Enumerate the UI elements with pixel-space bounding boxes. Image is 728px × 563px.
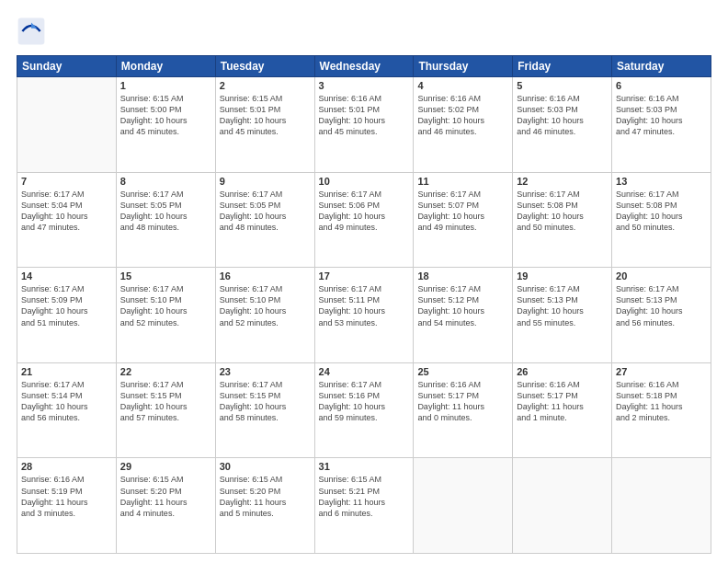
day-number: 4 <box>417 80 508 91</box>
day-info: Sunrise: 6:17 AM Sunset: 5:07 PM Dayligh… <box>417 189 508 234</box>
day-number: 6 <box>616 80 707 91</box>
table-row <box>612 458 711 554</box>
table-row: 15Sunrise: 6:17 AM Sunset: 5:10 PM Dayli… <box>116 268 215 363</box>
day-info: Sunrise: 6:17 AM Sunset: 5:13 PM Dayligh… <box>616 283 707 328</box>
table-row: 26Sunrise: 6:16 AM Sunset: 5:17 PM Dayli… <box>513 362 612 458</box>
day-number: 22 <box>120 366 211 377</box>
table-row: 7Sunrise: 6:17 AM Sunset: 5:04 PM Daylig… <box>17 172 117 268</box>
calendar-body: 1Sunrise: 6:15 AM Sunset: 5:00 PM Daylig… <box>17 77 711 554</box>
svg-rect-0 <box>18 18 45 45</box>
day-info: Sunrise: 6:17 AM Sunset: 5:08 PM Dayligh… <box>616 189 707 234</box>
table-row: 30Sunrise: 6:15 AM Sunset: 5:20 PM Dayli… <box>215 458 314 554</box>
day-info: Sunrise: 6:16 AM Sunset: 5:18 PM Dayligh… <box>616 379 707 424</box>
table-row: 11Sunrise: 6:17 AM Sunset: 5:07 PM Dayli… <box>414 172 513 268</box>
calendar-week-2: 7Sunrise: 6:17 AM Sunset: 5:04 PM Daylig… <box>17 172 711 268</box>
day-info: Sunrise: 6:17 AM Sunset: 5:06 PM Dayligh… <box>319 189 410 234</box>
day-number: 5 <box>517 80 608 91</box>
day-number: 17 <box>319 270 410 282</box>
header-row: Sunday Monday Tuesday Wednesday Thursday… <box>17 56 711 77</box>
table-row: 3Sunrise: 6:16 AM Sunset: 5:01 PM Daylig… <box>314 77 414 173</box>
day-number: 27 <box>616 366 707 377</box>
table-row: 23Sunrise: 6:17 AM Sunset: 5:15 PM Dayli… <box>215 362 314 458</box>
table-row: 4Sunrise: 6:16 AM Sunset: 5:02 PM Daylig… <box>414 77 513 173</box>
day-number: 1 <box>120 80 211 91</box>
day-info: Sunrise: 6:17 AM Sunset: 5:16 PM Dayligh… <box>319 379 410 424</box>
calendar-table: Sunday Monday Tuesday Wednesday Thursday… <box>17 55 711 554</box>
day-info: Sunrise: 6:17 AM Sunset: 5:09 PM Dayligh… <box>21 283 112 328</box>
day-number: 24 <box>319 366 410 377</box>
day-info: Sunrise: 6:17 AM Sunset: 5:15 PM Dayligh… <box>120 379 211 424</box>
table-row: 6Sunrise: 6:16 AM Sunset: 5:03 PM Daylig… <box>612 77 711 173</box>
day-info: Sunrise: 6:16 AM Sunset: 5:03 PM Dayligh… <box>616 93 707 138</box>
day-number: 28 <box>21 461 112 472</box>
table-row: 18Sunrise: 6:17 AM Sunset: 5:12 PM Dayli… <box>414 268 513 363</box>
day-number: 3 <box>319 80 410 91</box>
header <box>17 17 711 46</box>
table-row: 12Sunrise: 6:17 AM Sunset: 5:08 PM Dayli… <box>513 172 612 268</box>
day-info: Sunrise: 6:15 AM Sunset: 5:20 PM Dayligh… <box>220 474 311 519</box>
day-info: Sunrise: 6:17 AM Sunset: 5:08 PM Dayligh… <box>517 189 608 234</box>
table-row: 21Sunrise: 6:17 AM Sunset: 5:14 PM Dayli… <box>17 362 117 458</box>
table-row: 29Sunrise: 6:15 AM Sunset: 5:20 PM Dayli… <box>116 458 215 554</box>
day-number: 15 <box>120 270 211 282</box>
logo-icon <box>17 17 46 46</box>
col-tuesday: Tuesday <box>215 56 314 77</box>
table-row: 5Sunrise: 6:16 AM Sunset: 5:03 PM Daylig… <box>513 77 612 173</box>
day-number: 23 <box>220 366 311 377</box>
day-info: Sunrise: 6:17 AM Sunset: 5:10 PM Dayligh… <box>220 283 311 328</box>
table-row: 1Sunrise: 6:15 AM Sunset: 5:00 PM Daylig… <box>116 77 215 173</box>
day-number: 20 <box>616 270 707 282</box>
table-row: 24Sunrise: 6:17 AM Sunset: 5:16 PM Dayli… <box>314 362 414 458</box>
day-info: Sunrise: 6:16 AM Sunset: 5:19 PM Dayligh… <box>21 474 112 519</box>
calendar-header: Sunday Monday Tuesday Wednesday Thursday… <box>17 56 711 77</box>
table-row: 14Sunrise: 6:17 AM Sunset: 5:09 PM Dayli… <box>17 268 117 363</box>
day-info: Sunrise: 6:16 AM Sunset: 5:17 PM Dayligh… <box>417 379 508 424</box>
table-row: 31Sunrise: 6:15 AM Sunset: 5:21 PM Dayli… <box>314 458 414 554</box>
col-sunday: Sunday <box>17 56 117 77</box>
day-number: 9 <box>220 176 311 187</box>
col-thursday: Thursday <box>414 56 513 77</box>
day-info: Sunrise: 6:15 AM Sunset: 5:20 PM Dayligh… <box>120 474 211 519</box>
table-row <box>17 77 117 173</box>
day-number: 10 <box>319 176 410 187</box>
day-number: 11 <box>417 176 508 187</box>
day-number: 14 <box>21 270 112 282</box>
day-info: Sunrise: 6:17 AM Sunset: 5:11 PM Dayligh… <box>319 283 410 328</box>
day-number: 31 <box>319 461 410 472</box>
day-info: Sunrise: 6:17 AM Sunset: 5:15 PM Dayligh… <box>220 379 311 424</box>
day-number: 25 <box>417 366 508 377</box>
day-number: 2 <box>220 80 311 91</box>
day-number: 30 <box>220 461 311 472</box>
table-row: 2Sunrise: 6:15 AM Sunset: 5:01 PM Daylig… <box>215 77 314 173</box>
day-info: Sunrise: 6:15 AM Sunset: 5:21 PM Dayligh… <box>319 474 410 519</box>
day-number: 18 <box>417 270 508 282</box>
table-row: 8Sunrise: 6:17 AM Sunset: 5:05 PM Daylig… <box>116 172 215 268</box>
day-number: 13 <box>616 176 707 187</box>
day-number: 7 <box>21 176 112 187</box>
col-saturday: Saturday <box>612 56 711 77</box>
day-number: 21 <box>21 366 112 377</box>
day-info: Sunrise: 6:16 AM Sunset: 5:03 PM Dayligh… <box>517 93 608 138</box>
day-info: Sunrise: 6:17 AM Sunset: 5:05 PM Dayligh… <box>220 189 311 234</box>
calendar-week-1: 1Sunrise: 6:15 AM Sunset: 5:00 PM Daylig… <box>17 77 711 173</box>
table-row: 20Sunrise: 6:17 AM Sunset: 5:13 PM Dayli… <box>612 268 711 363</box>
table-row: 13Sunrise: 6:17 AM Sunset: 5:08 PM Dayli… <box>612 172 711 268</box>
logo <box>17 17 50 46</box>
col-monday: Monday <box>116 56 215 77</box>
day-number: 19 <box>517 270 608 282</box>
day-info: Sunrise: 6:15 AM Sunset: 5:01 PM Dayligh… <box>220 93 311 138</box>
table-row: 9Sunrise: 6:17 AM Sunset: 5:05 PM Daylig… <box>215 172 314 268</box>
page: Sunday Monday Tuesday Wednesday Thursday… <box>0 0 728 563</box>
day-info: Sunrise: 6:16 AM Sunset: 5:01 PM Dayligh… <box>319 93 410 138</box>
table-row: 22Sunrise: 6:17 AM Sunset: 5:15 PM Dayli… <box>116 362 215 458</box>
day-number: 8 <box>120 176 211 187</box>
day-info: Sunrise: 6:17 AM Sunset: 5:04 PM Dayligh… <box>21 189 112 234</box>
day-info: Sunrise: 6:15 AM Sunset: 5:00 PM Dayligh… <box>120 93 211 138</box>
table-row: 17Sunrise: 6:17 AM Sunset: 5:11 PM Dayli… <box>314 268 414 363</box>
day-info: Sunrise: 6:16 AM Sunset: 5:02 PM Dayligh… <box>417 93 508 138</box>
calendar-week-4: 21Sunrise: 6:17 AM Sunset: 5:14 PM Dayli… <box>17 362 711 458</box>
day-number: 12 <box>517 176 608 187</box>
day-info: Sunrise: 6:17 AM Sunset: 5:05 PM Dayligh… <box>120 189 211 234</box>
table-row: 10Sunrise: 6:17 AM Sunset: 5:06 PM Dayli… <box>314 172 414 268</box>
table-row: 16Sunrise: 6:17 AM Sunset: 5:10 PM Dayli… <box>215 268 314 363</box>
